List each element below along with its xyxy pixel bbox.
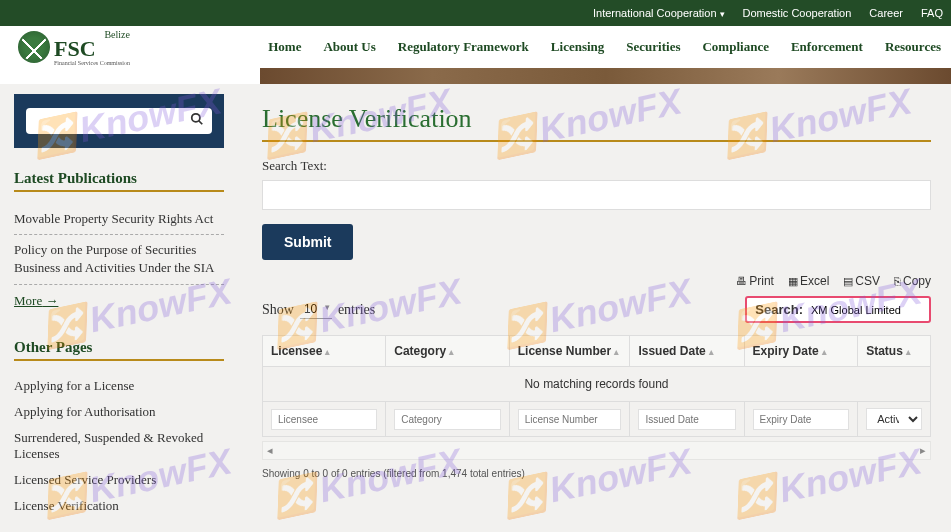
entries-label: entries (338, 302, 375, 318)
sort-icon: ▴ (449, 347, 454, 357)
nav-licensing[interactable]: Licensing (551, 39, 604, 55)
globe-icon (18, 31, 50, 63)
filter-category[interactable] (394, 409, 501, 430)
scroll-left-icon[interactable]: ◂ (267, 444, 273, 457)
sidebar-search-wrap (14, 94, 224, 148)
submit-button[interactable]: Submit (262, 224, 353, 260)
nav-securities[interactable]: Securities (626, 39, 680, 55)
sidebar-search-input[interactable] (34, 114, 190, 128)
sidebar-link-apply-license[interactable]: Applying for a License (14, 373, 224, 399)
publication-link[interactable]: Movable Property Security Rights Act (14, 204, 224, 235)
export-copy[interactable]: ⎘Copy (894, 274, 931, 288)
nav-about[interactable]: About Us (323, 39, 375, 55)
top-utility-bar: International Cooperation▾ Domestic Coop… (0, 0, 951, 26)
sidebar-link-apply-auth[interactable]: Applying for Authorisation (14, 399, 224, 425)
filter-issued[interactable] (638, 409, 735, 430)
print-icon: 🖶 (736, 275, 747, 287)
nav-compliance[interactable]: Compliance (702, 39, 768, 55)
svg-line-1 (199, 121, 203, 125)
scroll-right-icon[interactable]: ▸ (920, 444, 926, 457)
sort-icon: ▴ (709, 347, 714, 357)
search-text-input[interactable] (262, 180, 931, 210)
sidebar: Latest Publications Movable Property Sec… (0, 84, 238, 532)
search-icon[interactable] (190, 112, 204, 130)
horizontal-scrollbar[interactable]: ◂▸ (262, 441, 931, 460)
svg-point-0 (192, 114, 200, 122)
sort-icon: ▴ (822, 347, 827, 357)
export-excel[interactable]: ▦Excel (788, 274, 829, 288)
filter-row: Active (263, 402, 931, 437)
export-toolbar: 🖶Print ▦Excel ▤CSV ⎘Copy (262, 274, 931, 288)
publication-link[interactable]: Policy on the Purpose of Securities Busi… (14, 235, 224, 284)
table-search-input[interactable] (811, 304, 921, 316)
nav-domestic-coop[interactable]: Domestic Cooperation (743, 7, 852, 19)
csv-icon: ▤ (843, 275, 853, 287)
filter-expiry[interactable] (753, 409, 850, 430)
nav-resources[interactable]: Resources (885, 39, 941, 55)
col-category[interactable]: Category▴ (386, 336, 510, 367)
filter-license-number[interactable] (518, 409, 622, 430)
nav-faq[interactable]: FAQ (921, 7, 943, 19)
sidebar-link-providers[interactable]: Licensed Service Providers (14, 467, 224, 493)
logo-abbr: FSC (54, 36, 96, 61)
site-logo[interactable]: Belize FSC Financial Services Commission (18, 29, 130, 66)
search-text-label: Search Text: (262, 158, 931, 174)
col-status[interactable]: Status▴ (858, 336, 931, 367)
nav-career[interactable]: Career (869, 7, 903, 19)
sort-icon: ▴ (614, 347, 619, 357)
sort-icon: ▴ (325, 347, 330, 357)
table-search-label: Search: (755, 302, 803, 317)
banner-image (260, 68, 951, 84)
filter-licensee[interactable] (271, 409, 377, 430)
entries-selector: Show 10 entries (262, 300, 375, 319)
chevron-down-icon: ▾ (720, 9, 725, 19)
other-pages-title: Other Pages (14, 339, 224, 361)
table-search-box: Search: (745, 296, 931, 323)
excel-icon: ▦ (788, 275, 798, 287)
nav-intl-coop[interactable]: International Cooperation▾ (593, 7, 725, 19)
sidebar-link-verification[interactable]: License Verification (14, 493, 224, 519)
main-nav: Home About Us Regulatory Framework Licen… (268, 39, 941, 55)
sidebar-search[interactable] (26, 108, 212, 134)
main-content: License Verification Search Text: Submit… (238, 84, 951, 532)
table-header-row: Licensee▴ Category▴ License Number▴ Issu… (263, 336, 931, 367)
export-print[interactable]: 🖶Print (736, 274, 774, 288)
logo-fullname: Financial Services Commission (54, 60, 130, 66)
site-header: Belize FSC Financial Services Commission… (0, 26, 951, 68)
more-link[interactable]: More (14, 285, 58, 317)
export-csv[interactable]: ▤CSV (843, 274, 880, 288)
show-label: Show (262, 302, 294, 318)
filter-status[interactable]: Active (866, 408, 922, 430)
col-licensee[interactable]: Licensee▴ (263, 336, 386, 367)
nav-home[interactable]: Home (268, 39, 301, 55)
col-license-number[interactable]: License Number▴ (509, 336, 630, 367)
col-expiry-date[interactable]: Expiry Date▴ (744, 336, 858, 367)
copy-icon: ⎘ (894, 275, 901, 287)
license-table: Licensee▴ Category▴ License Number▴ Issu… (262, 335, 931, 437)
latest-publications-title: Latest Publications (14, 170, 224, 192)
sort-icon: ▴ (906, 347, 911, 357)
table-info: Showing 0 to 0 of 0 entries (filtered fr… (262, 468, 931, 479)
entries-select[interactable]: 10 (300, 300, 332, 319)
page-title: License Verification (262, 104, 931, 142)
nav-enforcement[interactable]: Enforcement (791, 39, 863, 55)
no-data-row: No matching records found (263, 367, 931, 402)
no-data-message: No matching records found (263, 367, 931, 402)
sidebar-link-revoked[interactable]: Surrendered, Suspended & Revoked License… (14, 425, 224, 467)
nav-regulatory[interactable]: Regulatory Framework (398, 39, 529, 55)
col-issued-date[interactable]: Issued Date▴ (630, 336, 744, 367)
